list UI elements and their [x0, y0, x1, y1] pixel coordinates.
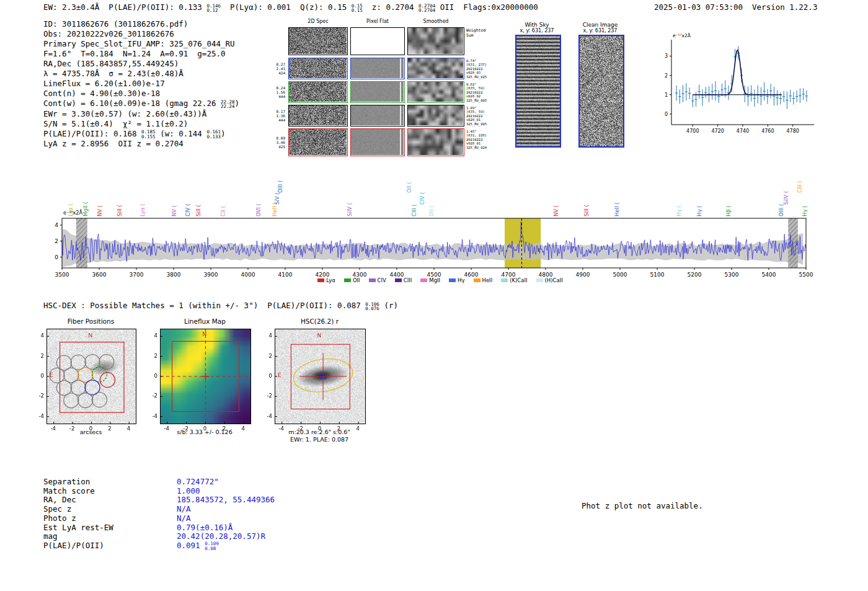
legend-item: MgII [420, 277, 440, 283]
fiber-annotation: 1.09"(635, 59)20210222v026_01325_RU_005 [466, 106, 503, 126]
match-table-row: Photo zN/A [43, 514, 275, 523]
panel-x-tick-label: -4 [48, 425, 58, 432]
detection-info-block: ID: 3011862676 (3011862676.pdf)Obs: 2021… [43, 19, 239, 149]
match-row-value: 185.843572, 55.449366 [177, 495, 275, 504]
fiber-circle-gray [85, 355, 100, 370]
info-line: Obs: 20210222v026_3011862676 [43, 29, 239, 39]
emission-line-label: OIII ( [277, 180, 283, 193]
emission-line-label: SiII ( [117, 205, 123, 216]
weight-value: 2.41 [270, 66, 285, 71]
match-row-label: Match score [43, 487, 177, 496]
stacked-uncertainty: 0.150.15 [352, 4, 363, 13]
hsc-caption-plae: EWr: 1. PLAE: 0.087 [264, 436, 375, 443]
text-segment: z: 0.2704 [363, 2, 418, 12]
stacked-uncertainty: 0.1090.08 [205, 541, 219, 551]
cutout-cell [407, 128, 464, 156]
cutout-row-weights: 0.272.41424 [270, 62, 285, 75]
clean-image-canvas [580, 36, 623, 146]
text-segment: ) [235, 99, 240, 108]
legend-swatch [344, 278, 351, 282]
legend-label: (K)CaII [510, 277, 527, 283]
clean-image [578, 35, 624, 148]
col-header-2d-spec: 2D Spec [288, 19, 348, 24]
lineflux-map-plot [160, 329, 251, 424]
fiber-circle-red [100, 373, 115, 388]
cutout-cell [407, 27, 464, 55]
fiber-positions-plot-overlay [47, 329, 136, 424]
zoom-x-tick-label: 4780 [787, 128, 799, 134]
info-line: LineFlux = 6.20(±1.00)e-17 [43, 79, 239, 89]
legend-label: MgII [429, 277, 440, 283]
weight-value: 0.17 [270, 109, 285, 113]
north-label: N [203, 331, 207, 337]
report-version: Version 1.22.3 [752, 2, 817, 12]
weight-value: 0.27 [270, 62, 285, 66]
match-row-label: Spec z [43, 505, 177, 514]
emission-line-label: SiIV ( [783, 191, 789, 205]
annotation-line: 325_RU_005 [466, 99, 503, 102]
legend-item: (H)CaII [536, 277, 563, 283]
weight-value: 0.24 [270, 86, 285, 90]
info-line: EWr = 3.30(±0.57) (w: 2.60(±0.43))Å [43, 109, 239, 119]
weight-value: 424 [270, 71, 285, 75]
emission-line-label: HeII ( [614, 202, 620, 216]
panel-y-tick-label: 0 [146, 373, 157, 379]
panel-y-tick-label: 2 [261, 353, 272, 359]
weight-value: 3.46 [270, 140, 285, 144]
text-segment: N/A [177, 513, 191, 523]
text-segment: 1.000 [177, 486, 200, 495]
clean-image-title: Clean Image [575, 22, 625, 28]
emission-line-label: OII ( [428, 205, 435, 216]
text-segment: P(Lyα): 0.001 [221, 2, 300, 12]
panel-y-tick-label: 0 [261, 373, 272, 379]
legend-label: HeII [482, 277, 493, 283]
2d-spec-image [289, 28, 347, 54]
panel-y-tick-label: -2 [261, 393, 272, 399]
legend-item: HeII [474, 277, 493, 283]
emission-line-label: Hγ ( [676, 206, 682, 216]
north-label: N [317, 332, 322, 339]
cutout-cell [288, 105, 348, 127]
match-row-value: N/A [177, 513, 191, 523]
cutout-cell [350, 128, 405, 156]
text-segment: ID: 3011862676 (3011862676.pdf) [43, 19, 188, 29]
panel-y-tick-label: 2 [33, 353, 44, 359]
info-line: F=1.6" T=0.184 N=1.24 A=0.91 g=25.0 [43, 49, 239, 59]
text-segment: LyA z = 2.8956 OII z = 0.2704 [43, 139, 184, 148]
text-segment: RA,Dec (185.843857,55.449245) [43, 59, 179, 68]
panel-x-tick-label: 4 [238, 425, 248, 432]
match-row-label: mag [43, 532, 177, 541]
pixel-flat-image [351, 105, 404, 125]
hsc-r-cutout-plot-overlay [275, 329, 365, 424]
text-segment: Cont(w) = 6.10(±0.09)e-18 (gmag 22.26 [43, 99, 221, 108]
cutout-cell [407, 58, 464, 79]
north-label: N [89, 332, 93, 339]
cutout-cell [350, 81, 405, 103]
emission-line-label: OII ( [406, 182, 412, 193]
fiber-annotation: 0.82"(635, 59)20210222v026_02325_RU_005 [466, 82, 503, 102]
legend-item: (K)CaII [501, 277, 527, 283]
match-table-row: Match score1.000 [43, 487, 275, 496]
panel-x-tick-label: 2 [105, 425, 115, 432]
2d-spec-image [289, 129, 347, 155]
elixer-report-page: EW: 2.3±0.4Å P(LAE)/P(OII): 0.133 0.1460… [0, 0, 868, 591]
emission-line-label: Hβ ( [725, 205, 732, 216]
legend-item: OII [344, 277, 360, 283]
panel-x-tick-label: -2 [181, 425, 191, 432]
weighted-sum-label: WeightedSum [466, 29, 503, 38]
smoothed-image [408, 28, 463, 54]
panel-y-tick-label: 4 [146, 332, 157, 339]
match-row-value: N/A [177, 504, 191, 513]
info-line: LyA z = 2.8956 OII z = 0.2704 [43, 139, 239, 149]
match-row-label: Photo z [43, 514, 177, 523]
hsc-match-header: HSC-DEX : Possible Matches = 1 (within +… [43, 301, 398, 311]
weight-value: 1.56 [270, 90, 285, 94]
text-segment: 0.724772" [177, 477, 219, 486]
match-row-value: 0.091 0.1090.08 [177, 541, 219, 550]
match-row-value: 0.79(±0.16)Å [177, 523, 232, 532]
stacked-uncertainty: 0.1850.155 [141, 130, 156, 139]
weight-value: 444 [270, 118, 285, 122]
info-line: ID: 3011862676 (3011862676.pdf) [43, 19, 239, 29]
uncertainty-low: 0.076 [365, 306, 379, 311]
fiber-circle-gray [99, 355, 114, 370]
